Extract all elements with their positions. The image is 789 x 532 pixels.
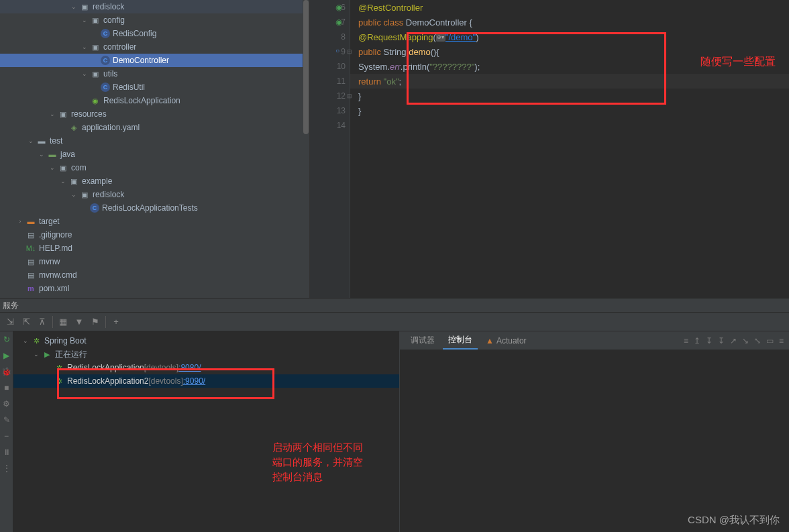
target-icon: ▬ <box>25 216 36 227</box>
tree-folder-java[interactable]: ⌄▬java <box>0 148 309 161</box>
tree-file-redisconfig[interactable]: CRedisConfig <box>0 27 309 40</box>
resources-icon: ▣ <box>58 109 68 119</box>
chevron-down-icon: ⌄ <box>48 164 56 172</box>
scroll-icon[interactable]: ⤡ <box>754 336 761 345</box>
tree-file-appyaml[interactable]: ◈application.yaml <box>0 121 309 134</box>
filter-icon[interactable]: ▼ <box>73 316 85 328</box>
svc-running[interactable]: ⌄▶正在运行 <box>13 348 399 361</box>
services-panel-header[interactable]: 服务 <box>0 298 789 313</box>
file-icon: ▤ <box>25 229 36 240</box>
wrap-icon[interactable]: ≡ <box>684 336 688 345</box>
tree-folder-utils[interactable]: ⌄▣utils <box>0 67 309 81</box>
tree-folder-controller[interactable]: ⌄▣controller <box>0 40 309 54</box>
annotation-label-apps: 启动两个相同但不同 端口的服务，并清空 控制台消息 <box>272 440 363 484</box>
package-icon: ▣ <box>90 42 101 52</box>
svc-app1[interactable]: ✲RedisLockApplication [devtools] :8080/ <box>13 361 399 374</box>
tree-file-tests[interactable]: CRedisLockApplicationTests <box>0 201 309 215</box>
chevron-down-icon: ⌄ <box>48 110 56 118</box>
chevron-down-icon: ⌄ <box>70 3 78 11</box>
down-icon[interactable]: ↧ <box>706 336 713 345</box>
tree-folder-redislock2[interactable]: ⌄▣redislock <box>0 188 309 201</box>
code-content[interactable]: @RestController public class DemoControl… <box>350 0 789 298</box>
folder-icon: ▬ <box>36 136 47 146</box>
svc-spring-boot[interactable]: ⌄✲Spring Boot <box>13 334 399 348</box>
chevron-right-icon: › <box>16 217 24 225</box>
collapse-all-icon[interactable]: ⇱ <box>20 316 32 328</box>
layout-icon[interactable]: ▭ <box>766 336 774 345</box>
edit-icon[interactable]: ✎ <box>1 415 12 425</box>
code-editor[interactable]: ◉6 ◉7 8 ○9⊟ 10 11 12⊟ 13 14 @RestControl… <box>310 0 789 298</box>
tree-scrollbar[interactable] <box>303 0 309 298</box>
editor-gutter: ◉6 ◉7 8 ○9⊟ 10 11 12⊟ 13 14 <box>310 0 350 298</box>
services-tree[interactable]: ⌄✲Spring Boot ⌄▶正在运行 ✲RedisLockApplicati… <box>13 331 399 532</box>
tree-folder-com[interactable]: ⌄▣com <box>0 161 309 174</box>
chevron-down-icon: ⌄ <box>27 137 35 145</box>
export-icon[interactable]: ↗ <box>730 336 737 345</box>
up-icon[interactable]: ↥ <box>694 336 700 345</box>
folder-icon: ▬ <box>47 149 58 160</box>
run-line-icon[interactable]: ◉ <box>335 3 345 12</box>
chevron-down-icon: ⌄ <box>21 337 30 345</box>
add-icon[interactable]: + <box>110 316 122 328</box>
rerun-icon[interactable]: ↻ <box>1 334 12 345</box>
services-console: 调试器 控制台 ▲Actuator ≡ ↥ ↧ ↧ ↗ ↘ ⤡ ▭ ≡ <box>399 331 789 532</box>
services-left-toolbar: ↻ ▶ 🐞 ■ ⚙ ✎ − ⏸ ⋮ <box>0 331 13 532</box>
run-icon[interactable]: ▶ <box>1 350 12 361</box>
tree-file-pomxml[interactable]: mpom.xml <box>0 282 309 295</box>
collapse-icon[interactable]: ⊼ <box>36 316 48 328</box>
tree-folder-test[interactable]: ⌄▬test <box>0 134 309 148</box>
spring-app-icon: ◉ <box>90 95 101 106</box>
override-icon[interactable]: ○ <box>335 47 345 56</box>
tree-folder-config[interactable]: ⌄▣config <box>0 13 309 27</box>
bookmark-icon[interactable]: ⚑ <box>89 316 101 328</box>
stop-icon[interactable]: ■ <box>1 382 12 393</box>
file-icon: ▤ <box>25 270 36 280</box>
chevron-down-icon: ⌄ <box>32 350 40 358</box>
tree-file-democontroller[interactable]: CDemoController <box>0 54 309 67</box>
tree-file-mvnwcmd[interactable]: ▤mvnw.cmd <box>0 268 309 282</box>
project-tree[interactable]: ⌄▣redislock ⌄▣config CRedisConfig ⌄▣cont… <box>0 0 310 298</box>
settings-icon[interactable]: ⚙ <box>1 398 12 409</box>
spring-app-icon: ✲ <box>54 362 64 373</box>
package-icon: ▣ <box>79 1 90 12</box>
maven-icon: m <box>25 283 36 294</box>
run-line-icon[interactable]: ◉ <box>335 17 345 27</box>
tab-console[interactable]: 控制台 <box>443 331 478 350</box>
tree-file-redisutil[interactable]: CRedisUtil <box>0 81 309 94</box>
down2-icon[interactable]: ↧ <box>718 336 725 345</box>
services-toolbar: ⇲ ⇱ ⊼ ▦ ▼ ⚑ + <box>0 313 789 331</box>
actuator-icon: ▲ <box>486 336 494 345</box>
more-icon[interactable]: ⋮ <box>1 463 12 474</box>
yaml-icon: ◈ <box>68 122 79 133</box>
app1-port-link[interactable]: :8080/ <box>178 363 201 372</box>
svc-app2[interactable]: ✲RedisLockApplication2 [devtools] :9090/ <box>13 374 399 388</box>
tree-file-redislockapp[interactable]: ◉RedisLockApplication <box>0 94 309 107</box>
watermark: CSDN @我认不到你 <box>688 514 780 527</box>
tree-folder-redislock[interactable]: ⌄▣redislock <box>0 0 309 13</box>
pause-icon[interactable]: ⏸ <box>1 447 12 458</box>
import-icon[interactable]: ↘ <box>742 336 749 345</box>
settings2-icon[interactable]: ≡ <box>779 336 784 345</box>
run-icon: ▶ <box>42 349 52 360</box>
tree-file-mvnw[interactable]: ▤mvnw <box>0 255 309 268</box>
tree-file-helpmd[interactable]: M↓HELP.md <box>0 242 309 255</box>
debug-icon[interactable]: 🐞 <box>1 366 12 377</box>
tree-folder-target[interactable]: ›▬target <box>0 215 309 228</box>
package-icon: ▣ <box>90 68 101 79</box>
delete-icon[interactable]: − <box>1 431 12 441</box>
tab-debugger[interactable]: 调试器 <box>405 332 440 349</box>
tree-file-gitignore[interactable]: ▤.gitignore <box>0 228 309 242</box>
expand-all-icon[interactable]: ⇲ <box>4 316 16 328</box>
chevron-down-icon: ⌄ <box>81 70 89 78</box>
app2-port-link[interactable]: :9090/ <box>183 376 205 386</box>
tab-actuator[interactable]: ▲Actuator <box>480 333 532 348</box>
markdown-icon: M↓ <box>25 243 36 254</box>
spring-mapping-icon: ⊕▾ <box>436 32 445 42</box>
package-icon: ▣ <box>90 15 101 25</box>
grid-icon[interactable]: ▦ <box>57 316 69 328</box>
tree-folder-resources[interactable]: ⌄▣resources <box>0 107 309 121</box>
class-icon: C <box>101 83 110 92</box>
spring-app-icon: ✲ <box>54 376 64 386</box>
chevron-down-icon: ⌄ <box>38 150 46 158</box>
tree-folder-example[interactable]: ⌄▣example <box>0 174 309 188</box>
